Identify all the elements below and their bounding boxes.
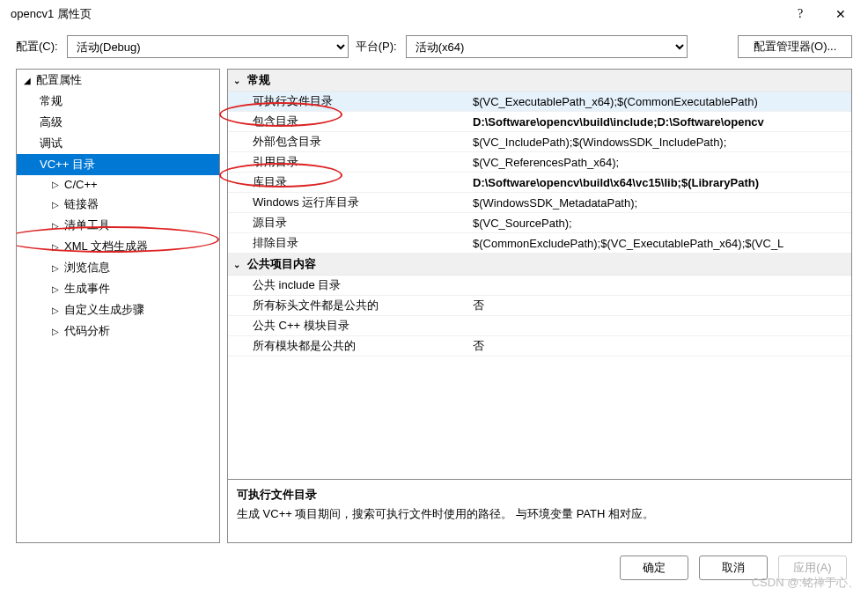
property-value[interactable]: $(WindowsSDK_MetadataPath); [473,196,846,210]
property-group-header[interactable]: ⌄常规 [228,70,851,92]
window-title: opencv1 属性页 [7,6,780,22]
tree-item-label: 清单工具 [64,217,110,233]
property-row[interactable]: 排除目录$(CommonExcludePath);$(VC_Executable… [228,233,851,254]
tree-item-label: 链接器 [64,196,99,212]
tree-item-label: C/C++ [64,178,98,191]
tree-item-label: 浏览信息 [64,260,110,276]
property-row[interactable]: 源目录$(VC_SourcePath); [228,213,851,233]
property-name: 库目录 [253,174,473,190]
tree-item[interactable]: ▷C/C++ [17,175,219,194]
tree-item[interactable]: VC++ 目录 [17,154,219,175]
tree-item-label: 调试 [40,136,63,151]
tree-item[interactable]: ▷XML 文档生成器 [17,236,219,257]
property-row[interactable]: 可执行文件目录$(VC_ExecutablePath_x64);$(Common… [228,92,851,112]
tree-item-label: 常规 [40,93,63,109]
property-group-header[interactable]: ⌄公共项目内容 [228,254,851,276]
tree-item-label: XML 文档生成器 [64,239,148,254]
property-name: 所有标头文件都是公共的 [253,298,473,313]
property-row[interactable]: Windows 运行库目录$(WindowsSDK_MetadataPath); [228,193,851,213]
tree-item-label: 代码分析 [64,323,110,339]
property-value[interactable]: $(VC_ExecutablePath_x64);$(CommonExecuta… [473,95,846,108]
property-value[interactable]: D:\Software\opencv\build\include;D:\Soft… [473,115,846,129]
group-title: 公共项目内容 [247,256,316,272]
property-name: 排除目录 [253,235,473,251]
collapse-icon: ⌄ [233,260,247,269]
tree-item[interactable]: ▷自定义生成步骤 [17,299,219,320]
ok-button[interactable]: 确定 [620,556,688,580]
property-value[interactable]: D:\Software\opencv\build\x64\vc15\lib;$(… [473,176,846,189]
expand-icon: ▷ [52,327,64,336]
property-name: 源目录 [253,215,473,231]
description-panel: 可执行文件目录 生成 VC++ 项目期间，搜索可执行文件时使用的路径。 与环境变… [228,479,851,542]
property-value[interactable]: 否 [473,298,846,313]
property-value[interactable]: 否 [473,338,846,354]
description-title: 可执行文件目录 [237,487,842,503]
property-row[interactable]: 库目录D:\Software\opencv\build\x64\vc15\lib… [228,173,851,193]
property-grid: ⌄常规可执行文件目录$(VC_ExecutablePath_x64);$(Com… [227,69,852,543]
expand-icon: ▷ [52,180,64,189]
property-row[interactable]: 公共 include 目录 [228,276,851,296]
config-tree[interactable]: ◢ 配置属性 常规高级调试VC++ 目录▷C/C++▷链接器▷清单工具▷XML … [16,69,220,543]
config-manager-button[interactable]: 配置管理器(O)... [738,35,852,58]
tree-item[interactable]: ▷浏览信息 [17,257,219,278]
expand-icon: ▷ [52,242,64,252]
tree-item[interactable]: ▷代码分析 [17,320,219,342]
tree-root[interactable]: ◢ 配置属性 [17,70,219,91]
collapse-icon: ⌄ [233,76,247,85]
tree-item[interactable]: ▷清单工具 [17,215,219,236]
property-row[interactable]: 所有标头文件都是公共的否 [228,296,851,316]
property-name: Windows 运行库目录 [253,195,473,210]
platform-select[interactable]: 活动(x64) [406,35,688,58]
property-row[interactable]: 外部包含目录$(VC_IncludePath);$(WindowsSDK_Inc… [228,132,851,152]
dialog-buttons: 确定 取消 应用(A) [0,543,868,596]
expand-icon: ▷ [52,305,64,315]
titlebar: opencv1 属性页 ? ✕ [0,0,868,28]
platform-label: 平台(P): [356,39,397,55]
property-name: 所有模块都是公共的 [253,338,473,354]
description-body: 生成 VC++ 项目期间，搜索可执行文件时使用的路径。 与环境变量 PATH 相… [237,506,842,522]
property-value[interactable]: $(VC_SourcePath); [473,217,846,230]
property-name: 包含目录 [253,114,473,129]
cancel-button[interactable]: 取消 [699,556,768,580]
property-value[interactable]: $(VC_ReferencesPath_x64); [473,156,846,169]
tree-item-label: 生成事件 [64,281,110,297]
property-value[interactable]: $(VC_IncludePath);$(WindowsSDK_IncludePa… [473,136,846,149]
property-name: 公共 include 目录 [253,277,473,293]
tree-item-label: 高级 [40,114,63,130]
tree-item[interactable]: 高级 [17,112,219,133]
apply-button: 应用(A) [778,556,847,580]
tree-item[interactable]: 调试 [17,133,219,154]
collapse-icon: ◢ [24,76,36,85]
property-value[interactable]: $(CommonExcludePath);$(VC_ExecutablePath… [473,237,846,250]
property-name: 可执行文件目录 [253,93,473,109]
tree-item[interactable]: ▷生成事件 [17,278,219,299]
toolbar: 配置(C): 活动(Debug) 平台(P): 活动(x64) 配置管理器(O)… [0,28,868,69]
config-select[interactable]: 活动(Debug) [67,35,349,58]
property-row[interactable]: 公共 C++ 模块目录 [228,316,851,336]
expand-icon: ▷ [52,284,64,294]
config-label: 配置(C): [16,39,58,55]
expand-icon: ▷ [52,221,64,231]
tree-item[interactable]: 常规 [17,91,219,112]
property-name: 外部包含目录 [253,134,473,150]
group-title: 常规 [247,72,270,88]
expand-icon: ▷ [52,263,64,273]
close-button[interactable]: ✕ [820,7,861,22]
tree-item-label: 自定义生成步骤 [64,302,144,318]
tree-item-label: VC++ 目录 [40,157,95,173]
property-row[interactable]: 包含目录D:\Software\opencv\build\include;D:\… [228,112,851,132]
help-button[interactable]: ? [780,7,820,21]
property-name: 公共 C++ 模块目录 [253,318,473,334]
property-row[interactable]: 引用目录$(VC_ReferencesPath_x64); [228,152,851,173]
property-row[interactable]: 所有模块都是公共的否 [228,336,851,357]
expand-icon: ▷ [52,200,64,210]
tree-item[interactable]: ▷链接器 [17,194,219,215]
property-name: 引用目录 [253,154,473,170]
